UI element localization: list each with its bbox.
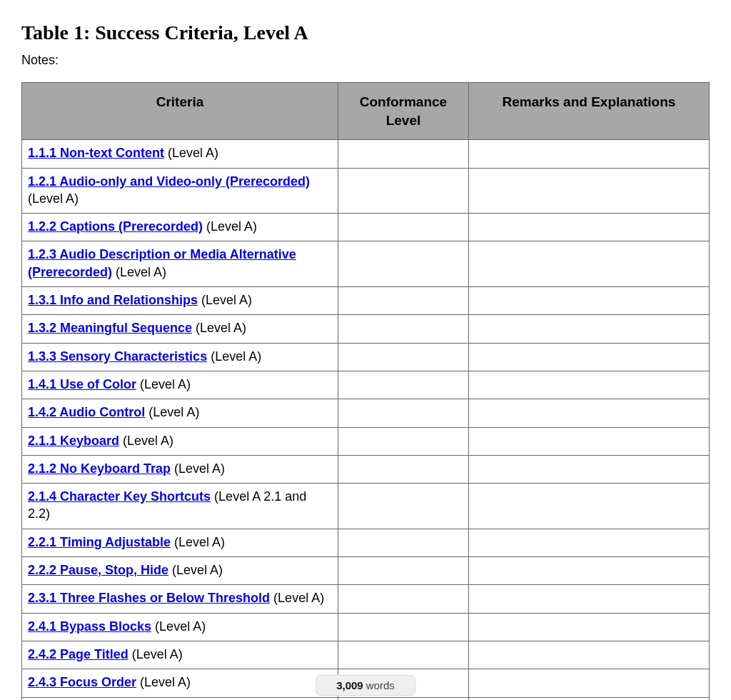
criterion-suffix: (Level A) [145,405,199,419]
conformance-cell [338,343,468,371]
criteria-cell: 1.2.2 Captions (Prerecorded) (Level A) [22,214,338,241]
criterion-link[interactable]: 1.3.2 Meaningful Sequence [28,321,192,335]
criteria-cell: 2.2.2 Pause, Stop, Hide (Level A) [22,557,338,585]
table-row: 1.2.3 Audio Description or Media Alterna… [22,241,710,287]
criterion-suffix: (Level A) [168,563,223,577]
criterion-suffix: (Level A) [136,675,191,689]
criterion-suffix: (Level A) [198,293,252,307]
criterion-link[interactable]: 1.4.2 Audio Control [28,405,145,419]
conformance-cell [338,214,468,241]
criterion-suffix: (Level A) [119,434,173,448]
criteria-cell: 1.4.2 Audio Control (Level A) [22,399,338,427]
table-row: 2.1.2 No Keyboard Trap (Level A) [22,455,710,483]
table-row: 1.2.2 Captions (Prerecorded) (Level A) [22,214,710,241]
criterion-link[interactable]: 2.4.2 Page Titled [28,647,128,661]
table-row: 1.3.3 Sensory Characteristics (Level A) [22,343,710,371]
criterion-suffix: (Level A) [192,321,246,335]
table-row: 1.4.2 Audio Control (Level A) [22,399,710,427]
criterion-link[interactable]: 1.3.1 Info and Relationships [28,293,198,307]
criteria-cell: 1.2.3 Audio Description or Media Alterna… [22,241,338,287]
criterion-suffix: (Level A) [270,591,324,605]
criterion-link[interactable]: 1.1.1 Non-text Content [28,146,164,160]
criteria-cell: 2.2.1 Timing Adjustable (Level A) [22,529,338,556]
criterion-suffix: (Level A) [203,219,257,234]
conformance-cell [338,484,468,529]
criterion-suffix: (Level A) [164,146,218,160]
header-remarks: Remarks and Explanations [468,83,709,140]
criterion-link[interactable]: 2.3.1 Three Flashes or Below Threshold [28,591,270,605]
word-count-value: 3,009 [336,679,363,691]
remarks-cell [468,613,709,641]
remarks-cell [468,427,709,455]
criteria-table: Criteria Conformance Level Remarks and E… [21,82,710,700]
criterion-suffix: (Level A) [207,349,261,364]
conformance-cell [338,697,468,700]
conformance-cell [338,427,468,455]
criterion-link[interactable]: 1.3.3 Sensory Characteristics [28,349,207,364]
conformance-cell [338,613,468,641]
criteria-cell: 2.1.1 Keyboard (Level A) [22,427,338,455]
criterion-suffix: (Level A) [151,619,206,634]
remarks-cell [468,399,709,427]
criteria-cell: 1.2.1 Audio-only and Video-only (Prereco… [22,168,338,214]
table-row: 2.4.2 Page Titled (Level A) [22,641,710,669]
conformance-cell [338,315,468,343]
remarks-cell [468,697,709,700]
remarks-cell [468,529,709,556]
criterion-link[interactable]: 1.2.2 Captions (Prerecorded) [28,219,203,234]
table-row: 1.3.2 Meaningful Sequence (Level A) [22,315,710,343]
criterion-link[interactable]: 2.4.1 Bypass Blocks [28,619,151,634]
conformance-cell [338,585,468,613]
criterion-suffix: (Level A) [128,647,183,661]
criteria-cell: 2.3.1 Three Flashes or Below Threshold (… [22,585,338,613]
conformance-cell [338,287,468,315]
table-row: 2.1.4 Character Key Shortcuts (Level A 2… [22,484,710,529]
notes-label: Notes: [21,53,710,68]
criteria-cell: 2.4.2 Page Titled (Level A) [22,641,338,669]
remarks-cell [468,168,709,214]
criterion-link[interactable]: 1.2.1 Audio-only and Video-only (Prereco… [28,174,310,189]
conformance-cell [338,241,468,287]
table-row: 1.1.1 Non-text Content (Level A) [22,140,710,168]
table-title: Table 1: Success Criteria, Level A [21,21,710,44]
criterion-suffix: (Level A) [28,191,79,206]
conformance-cell [338,371,468,399]
conformance-cell [338,557,468,585]
table-row: 1.4.1 Use of Color (Level A) [22,371,710,399]
criteria-cell: 2.4.3 Focus Order (Level A) [22,669,338,697]
remarks-cell [468,669,709,697]
remarks-cell [468,214,709,241]
criterion-link[interactable]: 2.1.2 No Keyboard Trap [28,461,171,476]
remarks-cell [468,287,709,315]
criterion-link[interactable]: 1.4.1 Use of Color [28,377,136,391]
remarks-cell [468,371,709,399]
criteria-cell: 1.1.1 Non-text Content (Level A) [22,140,338,168]
remarks-cell [468,455,709,483]
remarks-cell [468,241,709,287]
criterion-suffix: (Level A) [171,461,225,476]
conformance-cell [338,140,468,168]
table-row: 2.3.1 Three Flashes or Below Threshold (… [22,585,710,613]
criteria-cell: 2.4.4 Link Purpose (In Context) (Level [22,697,338,700]
criterion-link[interactable]: 2.4.3 Focus Order [28,675,136,689]
criteria-cell: 2.1.4 Character Key Shortcuts (Level A 2… [22,484,338,529]
table-row: 1.2.1 Audio-only and Video-only (Prereco… [22,168,710,214]
criteria-cell: 2.4.1 Bypass Blocks (Level A) [22,613,338,641]
criterion-link[interactable]: 2.2.1 Timing Adjustable [28,535,171,549]
table-row: 1.3.1 Info and Relationships (Level A) [22,287,710,315]
table-row: 2.1.1 Keyboard (Level A) [22,427,710,455]
table-row: 2.4.4 Link Purpose (In Context) (Level [22,697,710,700]
remarks-cell [468,641,709,669]
conformance-cell [338,399,468,427]
remarks-cell [468,585,709,613]
conformance-cell [338,168,468,214]
criteria-cell: 1.3.3 Sensory Characteristics (Level A) [22,343,338,371]
remarks-cell [468,343,709,371]
word-count-label: words [366,679,395,691]
criterion-link[interactable]: 2.1.1 Keyboard [28,434,119,448]
table-row: 2.2.2 Pause, Stop, Hide (Level A) [22,557,710,585]
criterion-link[interactable]: 2.1.4 Character Key Shortcuts [28,489,211,504]
remarks-cell [468,557,709,585]
criterion-suffix: (Level A) [136,377,191,391]
criterion-link[interactable]: 2.2.2 Pause, Stop, Hide [28,563,168,577]
